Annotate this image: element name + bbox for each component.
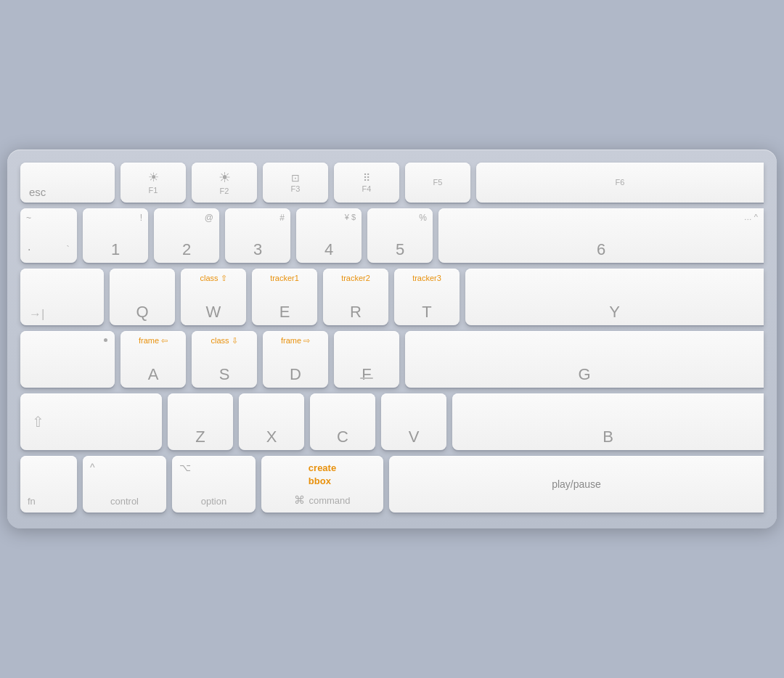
key-3-top: # [279, 213, 285, 222]
key-6[interactable]: … ^ 6 [438, 208, 764, 263]
key-a-orange: frame ⇦ [121, 336, 186, 346]
tilde-backtick: ` [66, 244, 70, 256]
key-f2[interactable]: ☀ F2 [192, 163, 257, 203]
command-create: create [309, 462, 336, 475]
f1-icon: ☀ [148, 170, 159, 185]
key-f3[interactable]: ⊡ F3 [263, 163, 328, 203]
key-spacebar[interactable]: play/pause [389, 456, 764, 512]
key-s[interactable]: class ⇩ S [192, 331, 257, 388]
key-5-main: 5 [396, 242, 404, 258]
key-y-main: Y [609, 304, 620, 320]
f6-label: F6 [616, 179, 625, 187]
key-v[interactable]: V [381, 393, 446, 450]
key-b[interactable]: B [452, 393, 764, 450]
command-orange-block: create bbox [309, 462, 336, 488]
key-control[interactable]: ^ control [83, 456, 166, 512]
key-z[interactable]: Z [168, 393, 233, 450]
command-label: command [309, 495, 350, 506]
key-q[interactable]: Q [110, 269, 175, 325]
key-w[interactable]: class ⇧ W [181, 269, 246, 325]
number-row: ~ · ` ! 1 @ 2 # 3 ¥ $ 4 % 5 … ^ 6 [20, 208, 764, 263]
key-t[interactable]: tracker3 T [394, 269, 460, 325]
key-1[interactable]: ! 1 [83, 208, 148, 263]
key-w-main: W [206, 304, 221, 320]
keyboard: esc ☀ F1 ☀ F2 ⊡ F3 ⠿ F4 F5 F6 ~ · ` [7, 150, 777, 528]
key-a-main: A [148, 367, 159, 383]
key-r-main: R [350, 304, 362, 320]
key-esc[interactable]: esc [20, 163, 115, 203]
key-fn[interactable]: fn [20, 456, 77, 512]
command-bottom: ⌘ command [294, 488, 350, 507]
key-5-top: % [419, 213, 427, 222]
key-r[interactable]: tracker2 R [323, 269, 388, 325]
key-e-main: E [279, 304, 290, 320]
key-f6[interactable]: F6 [476, 163, 764, 203]
control-caret: ^ [90, 462, 95, 473]
option-label: option [201, 496, 226, 507]
key-4-main: 4 [324, 242, 333, 258]
f5-label: F5 [433, 179, 443, 187]
key-c-main: C [337, 429, 348, 445]
key-shift-left[interactable]: ⇧ [20, 393, 162, 450]
key-e-orange: tracker1 [252, 274, 317, 283]
key-5[interactable]: % 5 [367, 208, 433, 263]
key-x-main: X [266, 429, 277, 445]
command-sym: ⌘ [294, 494, 305, 507]
key-d-main: D [290, 367, 301, 383]
key-f5[interactable]: F5 [405, 163, 470, 203]
key-a[interactable]: frame ⇦ A [121, 331, 186, 388]
qwerty-row: →| Q class ⇧ W tracker1 E tracker2 R tra… [20, 269, 764, 325]
key-w-orange: class ⇧ [181, 274, 246, 283]
f1-label: F1 [149, 187, 158, 195]
shift-icon: ⇧ [32, 413, 44, 430]
key-3-main: 3 [253, 242, 262, 258]
key-z-main: Z [195, 429, 205, 445]
control-label: control [110, 496, 139, 507]
key-caps[interactable] [20, 331, 115, 388]
key-b-main: B [603, 429, 613, 445]
key-f1[interactable]: ☀ F1 [121, 163, 186, 203]
key-4[interactable]: ¥ $ 4 [296, 208, 362, 263]
key-g-main: G [578, 367, 590, 383]
key-c[interactable]: C [310, 393, 375, 450]
f3-label: F3 [291, 185, 301, 193]
key-3[interactable]: # 3 [225, 208, 290, 263]
key-q-main: Q [136, 304, 148, 320]
key-y[interactable]: Y [465, 269, 764, 325]
command-bbox: bbox [309, 475, 331, 488]
key-r-orange: tracker2 [323, 274, 388, 283]
f4-label: F4 [362, 185, 372, 193]
key-f4[interactable]: ⠿ F4 [334, 163, 399, 203]
zxcv-row: ⇧ Z X C V B [20, 393, 764, 450]
option-sym: ⌥ [179, 462, 191, 473]
asdf-row: frame ⇦ A class ⇩ S frame ⇨ D F G [20, 331, 764, 388]
space-label: play/pause [552, 478, 601, 490]
f2-label: F2 [220, 187, 229, 195]
key-command[interactable]: create bbox ⌘ command [261, 456, 383, 512]
key-6-top: … ^ [744, 213, 758, 221]
key-tilde[interactable]: ~ · ` [20, 208, 77, 263]
key-f-underscore [360, 377, 373, 379]
key-1-top: ! [140, 213, 142, 222]
key-t-orange: tracker3 [394, 274, 460, 283]
key-tab[interactable]: →| [20, 269, 104, 325]
key-4-top: ¥ $ [345, 213, 356, 221]
key-6-main: 6 [597, 242, 605, 258]
caps-dot [104, 338, 107, 342]
key-2-main: 2 [182, 242, 191, 258]
key-d[interactable]: frame ⇨ D [263, 331, 328, 388]
key-g[interactable]: G [405, 331, 764, 388]
key-2[interactable]: @ 2 [154, 208, 219, 263]
key-f[interactable]: F [334, 331, 399, 388]
key-f-main: F [362, 367, 371, 383]
key-t-main: T [422, 304, 431, 320]
f4-icon: ⠿ [363, 172, 370, 184]
tilde-tl: ~ [26, 213, 31, 222]
key-s-main: S [219, 367, 230, 383]
key-x[interactable]: X [239, 393, 304, 450]
key-e[interactable]: tracker1 E [252, 269, 317, 325]
key-option[interactable]: ⌥ option [172, 456, 256, 512]
f2-icon: ☀ [219, 169, 231, 186]
bottom-row: fn ^ control ⌥ option create bbox ⌘ comm… [20, 456, 764, 512]
key-1-main: 1 [111, 242, 120, 258]
